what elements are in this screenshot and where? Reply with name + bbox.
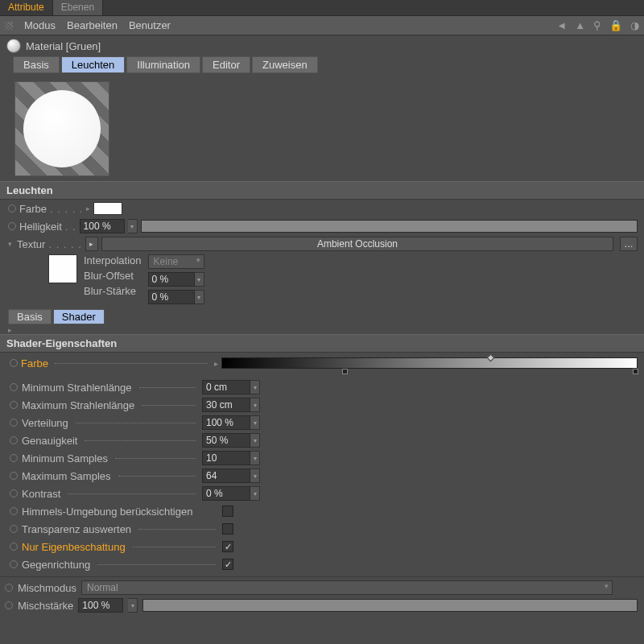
subtab-editor[interactable]: Editor bbox=[202, 56, 250, 73]
settings-icon[interactable]: ◑ bbox=[630, 19, 639, 31]
subtab-zuweisen[interactable]: Zuweisen bbox=[252, 56, 318, 73]
himmel-checkbox[interactable] bbox=[222, 506, 233, 517]
max-strahl-spinner[interactable]: ▾ bbox=[250, 398, 260, 412]
gradient-knot-left[interactable] bbox=[342, 369, 348, 374]
expand-arrow-icon[interactable]: ▸ bbox=[86, 204, 90, 213]
menu-benutzer[interactable]: Benutzer bbox=[129, 19, 171, 31]
section-leuchten: Leuchten bbox=[0, 181, 644, 200]
material-preview[interactable] bbox=[14, 81, 109, 176]
textur-more-button[interactable]: ... bbox=[620, 237, 638, 251]
nav-back-icon[interactable]: ◄ bbox=[556, 19, 567, 31]
gradient-editor[interactable] bbox=[221, 357, 638, 369]
label-himmel: Himmels-Umgebung berücksichtigen bbox=[22, 506, 192, 518]
material-ball-icon bbox=[6, 39, 21, 53]
label-min-samples: Minimum Samples bbox=[22, 452, 108, 464]
mischstaerke-slider[interactable] bbox=[142, 599, 638, 612]
collapse-arrow-icon[interactable]: ▾ bbox=[8, 240, 14, 248]
bullet-icon bbox=[5, 601, 13, 609]
expand-icon[interactable]: ▸ bbox=[0, 326, 644, 334]
bullet-icon bbox=[8, 204, 16, 213]
gegen-checkbox[interactable]: ✓ bbox=[222, 559, 233, 570]
textur-button[interactable]: Ambient Occlusion bbox=[101, 237, 613, 251]
verteilung-spinner[interactable]: ▾ bbox=[250, 415, 260, 430]
max-samples-input[interactable] bbox=[202, 469, 250, 483]
tab-attribute[interactable]: Attribute bbox=[0, 0, 53, 15]
label-min-strahl: Minimum Strahlenlänge bbox=[22, 382, 132, 394]
genauigkeit-spinner[interactable]: ▾ bbox=[250, 433, 260, 448]
bullet-icon bbox=[10, 543, 18, 551]
blurstaerke-spinner[interactable]: ▾ bbox=[195, 290, 204, 304]
textur-arrow-button[interactable]: ▸ bbox=[85, 237, 98, 251]
bullet-icon bbox=[10, 383, 18, 391]
subtab-illumination[interactable]: Illumination bbox=[126, 56, 200, 73]
bullet-icon bbox=[10, 507, 18, 515]
lock-icon[interactable]: 🔒 bbox=[609, 19, 622, 31]
nur-eigen-checkbox[interactable]: ✓ bbox=[222, 541, 233, 552]
label-kontrast: Kontrast bbox=[22, 488, 60, 500]
material-title-row: Material [Gruen] bbox=[0, 35, 644, 56]
bullet-icon bbox=[10, 472, 18, 480]
label-gegen: Gegenrichtung bbox=[22, 559, 90, 571]
dots: . . . . . bbox=[48, 238, 82, 250]
kontrast-spinner[interactable]: ▾ bbox=[250, 486, 260, 501]
bullet-icon bbox=[10, 525, 18, 533]
label-verteilung: Verteilung bbox=[22, 417, 68, 429]
mischmodus-dropdown[interactable]: Normal bbox=[81, 580, 613, 595]
bullet-icon bbox=[10, 436, 18, 444]
minitab-basis[interactable]: Basis bbox=[8, 309, 52, 324]
max-samples-spinner[interactable]: ▾ bbox=[250, 469, 260, 483]
helligkeit-slider[interactable] bbox=[141, 220, 638, 233]
max-strahl-input[interactable] bbox=[202, 398, 250, 412]
mischstaerke-input[interactable] bbox=[78, 598, 123, 613]
label-farbe: Farbe bbox=[19, 203, 47, 215]
label-blurstaerke: Blur-Stärke bbox=[84, 285, 142, 297]
label-max-samples: Maximum Samples bbox=[22, 470, 111, 482]
label-genauigkeit: Genauigkeit bbox=[22, 435, 77, 447]
dots: . . bbox=[65, 221, 76, 233]
bluroffset-input[interactable] bbox=[148, 272, 195, 287]
bullet-icon bbox=[10, 419, 18, 427]
bullet-icon bbox=[10, 401, 18, 409]
textur-preview[interactable] bbox=[48, 254, 77, 283]
dots bbox=[85, 440, 196, 441]
material-title: Material [Gruen] bbox=[26, 40, 101, 52]
subtab-basis[interactable]: Basis bbox=[13, 56, 60, 73]
genauigkeit-input[interactable] bbox=[202, 433, 250, 448]
farbe-swatch[interactable] bbox=[93, 202, 122, 215]
transp-checkbox[interactable] bbox=[222, 523, 233, 535]
dots bbox=[68, 493, 196, 494]
kontrast-input[interactable] bbox=[202, 486, 250, 501]
min-samples-spinner[interactable]: ▾ bbox=[250, 451, 260, 465]
label-mischstaerke: Mischstärke bbox=[18, 600, 73, 612]
bullet-icon bbox=[10, 489, 18, 497]
helligkeit-spinner[interactable]: ▾ bbox=[128, 219, 138, 233]
min-strahl-spinner[interactable]: ▾ bbox=[250, 380, 260, 394]
verteilung-input[interactable] bbox=[202, 415, 250, 430]
dots bbox=[133, 547, 216, 547]
gradient-arrow-icon[interactable]: ▸ bbox=[214, 359, 218, 368]
nav-up-icon[interactable]: ▲ bbox=[575, 19, 585, 31]
gradient-knot-mid[interactable] bbox=[486, 354, 494, 362]
label-nur-eigen: Nur Eigenbeschattung bbox=[22, 541, 126, 553]
min-samples-input[interactable] bbox=[202, 451, 250, 465]
dots bbox=[142, 405, 196, 406]
interpolation-dropdown[interactable]: Keine bbox=[148, 254, 204, 269]
blurstaerke-input[interactable] bbox=[148, 290, 195, 304]
dots bbox=[115, 458, 196, 459]
minitab-shader[interactable]: Shader bbox=[53, 309, 105, 324]
tab-ebenen[interactable]: Ebenen bbox=[53, 0, 103, 15]
menu-bearbeiten[interactable]: Bearbeiten bbox=[67, 19, 118, 31]
dots bbox=[97, 564, 216, 565]
helligkeit-input[interactable] bbox=[80, 219, 125, 233]
menu-modus[interactable]: Modus bbox=[24, 19, 56, 31]
subtab-leuchten[interactable]: Leuchten bbox=[61, 56, 126, 73]
label-transp: Transparenz auswerten bbox=[22, 523, 131, 535]
mischstaerke-spinner[interactable]: ▾ bbox=[128, 598, 138, 613]
min-strahl-input[interactable] bbox=[202, 380, 250, 394]
search-icon[interactable]: ⚲ bbox=[593, 19, 601, 31]
dots: . . . . . bbox=[50, 203, 84, 215]
bluroffset-spinner[interactable]: ▾ bbox=[195, 272, 204, 287]
label-bluroffset: Blur-Offset bbox=[84, 270, 142, 282]
bullet-icon bbox=[10, 560, 18, 568]
gradient-knot-right[interactable] bbox=[633, 369, 638, 374]
